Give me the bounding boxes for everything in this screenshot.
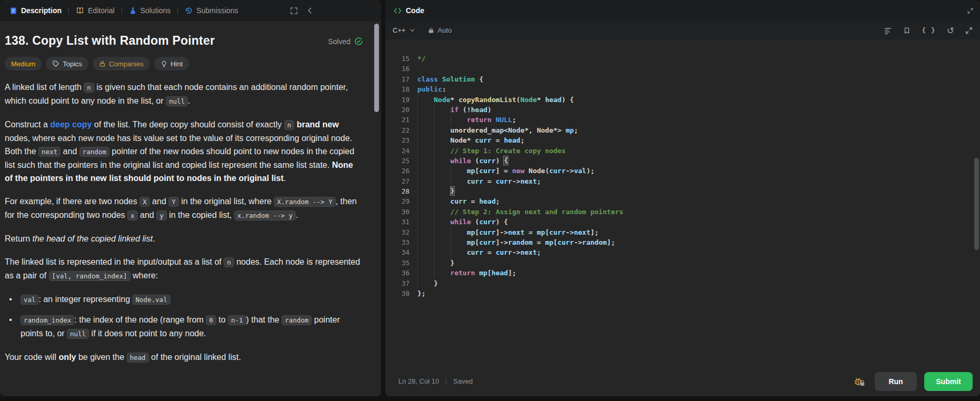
code-line[interactable]: 34curr = curr->next;: [385, 247, 980, 257]
code-token: return: [451, 269, 475, 277]
code-token: // Step 1: Create copy nodes: [451, 147, 566, 155]
code-tab[interactable]: Code: [391, 6, 424, 15]
inline-code: n: [284, 120, 295, 130]
line-number: 17: [385, 74, 409, 84]
indent-guides: [417, 247, 467, 257]
chevron-down-icon: [409, 27, 415, 33]
fullscreen-icon[interactable]: [290, 7, 298, 15]
code-line[interactable]: 24// Step 1: Create copy nodes: [385, 146, 980, 156]
run-button[interactable]: Run: [875, 372, 917, 391]
auto-label: Auto: [438, 26, 452, 34]
code-token: }: [450, 186, 455, 196]
code-line[interactable]: 21return NULL;: [385, 115, 980, 125]
tab-separator: [177, 7, 178, 14]
description-panel: Description Editorial Solutions: [0, 0, 381, 396]
tab-solutions-label: Solutions: [141, 6, 171, 15]
statusbar-separator: [446, 378, 446, 385]
code-token: (: [516, 96, 521, 104]
code-line[interactable]: 18public:: [385, 84, 980, 94]
code-line[interactable]: 16: [385, 64, 980, 74]
code-token: new: [512, 167, 524, 175]
code-token: curr: [467, 177, 483, 185]
code-line[interactable]: 33mp[curr]->random = mp[curr->random];: [385, 237, 980, 247]
description-paragraph: For example, if there are two nodes X an…: [5, 195, 363, 222]
code-token: ]->: [496, 228, 508, 236]
text-segment: A linked list of length: [5, 83, 84, 92]
braces-icon[interactable]: { }: [922, 26, 935, 34]
code-line[interactable]: 31while (curr) {: [385, 217, 980, 227]
tab-description[interactable]: Description: [5, 6, 66, 15]
code-line[interactable]: 25while (curr) {: [385, 156, 980, 166]
submit-button[interactable]: Submit: [924, 372, 973, 391]
debugger-lock-icon[interactable]: [854, 376, 865, 387]
tab-submissions-label: Submissions: [196, 6, 238, 15]
code-token: (!: [458, 106, 471, 114]
description-doc-icon: [9, 7, 17, 15]
bookmark-icon[interactable]: [903, 27, 911, 34]
code-token: val: [574, 167, 586, 175]
code-line[interactable]: 23Node* curr = head;: [385, 135, 980, 145]
code-line[interactable]: 15*/: [385, 54, 980, 64]
companies-button[interactable]: Companies: [93, 57, 150, 71]
difficulty-label: Medium: [11, 60, 35, 68]
code-line[interactable]: 20if (!head): [385, 105, 980, 115]
topics-button[interactable]: Topics: [46, 57, 88, 71]
code-line[interactable]: 27curr = curr->next;: [385, 176, 980, 186]
line-number: 16: [385, 64, 409, 74]
code-line[interactable]: 30// Step 2: Assign next and random poin…: [385, 207, 980, 217]
line-number: 24: [385, 146, 409, 156]
code-line[interactable]: 26mp[curr] = new Node(curr->val);: [385, 166, 980, 176]
code-line[interactable]: 38};: [385, 288, 980, 298]
code-line[interactable]: 29curr = head;: [385, 196, 980, 206]
code-token: curr: [557, 238, 574, 246]
line-number: 15: [385, 54, 409, 64]
companies-label: Companies: [109, 60, 144, 68]
code-line[interactable]: 32mp[curr]->next = mp[curr->next];: [385, 227, 980, 237]
hint-button[interactable]: Hint: [154, 57, 189, 71]
editor-scrollbar-thumb[interactable]: [974, 158, 979, 250]
maximize-editor-icon[interactable]: [965, 27, 973, 34]
code-line[interactable]: 37}: [385, 278, 980, 288]
code-line[interactable]: 22unordered_map<Node*, Node*> mp;: [385, 125, 980, 135]
tab-solutions[interactable]: Solutions: [125, 6, 175, 15]
inline-link[interactable]: deep copy: [50, 120, 92, 129]
description-scrollbar-thumb[interactable]: [374, 24, 379, 112]
inline-code: null: [166, 96, 188, 106]
topics-label: Topics: [63, 60, 82, 68]
inline-code: next: [38, 147, 61, 157]
difficulty-badge[interactable]: Medium: [5, 57, 42, 71]
auto-toggle[interactable]: Auto: [428, 26, 452, 34]
format-code-icon[interactable]: [884, 26, 892, 35]
code-token: while: [451, 157, 471, 165]
text-segment: to: [216, 315, 228, 324]
title-row: 138. Copy List with Random Pointer Solve…: [5, 34, 363, 48]
code-token: curr: [496, 248, 512, 256]
code-line[interactable]: 17class Solution {: [385, 74, 980, 84]
code-line[interactable]: 35}: [385, 258, 980, 268]
code-token: ): [487, 106, 492, 114]
editorial-book-icon: [76, 6, 84, 15]
language-selector[interactable]: C++: [393, 26, 415, 34]
tab-editorial[interactable]: Editorial: [72, 6, 119, 15]
code-line[interactable]: 36return mp[head];: [385, 268, 980, 278]
text-segment: of the list. The deep copy should consis…: [92, 120, 284, 129]
code-token: ]->: [496, 238, 508, 246]
tab-submissions[interactable]: Submissions: [181, 6, 242, 15]
code-token: ;: [537, 177, 541, 185]
code-token: curr: [549, 167, 565, 175]
text-segment: Your code will: [5, 353, 59, 362]
indent-guides: [417, 95, 434, 105]
code-token: *: [537, 96, 545, 104]
collapse-panel-icon[interactable]: [306, 7, 314, 14]
line-number: 38: [385, 288, 409, 298]
code-token: ->: [566, 167, 574, 175]
code-token: Node: [434, 96, 450, 104]
code-token: unordered_map<Node*, Node*>: [451, 126, 566, 134]
expand-panel-icon[interactable]: [967, 7, 974, 14]
line-number: 29: [385, 196, 409, 206]
code-line[interactable]: 28}: [385, 186, 980, 196]
code-line[interactable]: 19Node* copyRandomList(Node* head) {: [385, 95, 980, 105]
text-segment: .: [153, 234, 155, 243]
code-editor[interactable]: 15*/1617class Solution {18public:19Node*…: [385, 39, 980, 366]
reset-code-icon[interactable]: ↺: [947, 27, 954, 34]
